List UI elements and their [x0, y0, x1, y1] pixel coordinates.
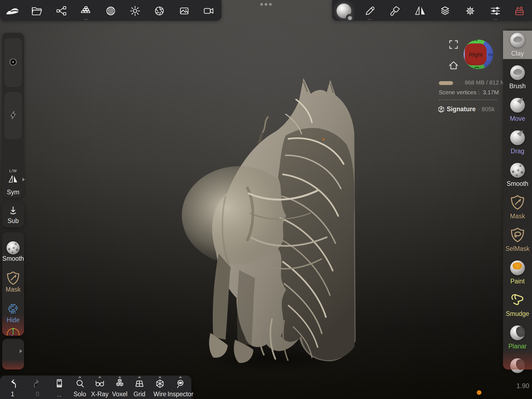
- mask-quick-icon[interactable]: [6, 271, 20, 286]
- view-sphere-side-label: Ba: [488, 52, 493, 57]
- clay-sphere-icon: [510, 33, 525, 48]
- symmetry-icon[interactable]: [411, 2, 429, 20]
- tool-selmask[interactable]: SelMask: [503, 226, 532, 254]
- postprocess-aperture-icon[interactable]: [151, 2, 168, 20]
- toggle-wire[interactable]: Wire: [150, 375, 169, 399]
- overflow-dots: ⋯: [361, 18, 378, 21]
- planar-sphere-icon: [510, 325, 525, 340]
- stroke-sliders-panel: L/W Sym: [2, 33, 24, 198]
- toggle-solo[interactable]: Solo: [70, 375, 89, 399]
- tool-brush[interactable]: Brush: [503, 63, 532, 92]
- toggle-inspector[interactable]: Inspector: [169, 375, 192, 399]
- settings-gear-icon[interactable]: [461, 2, 479, 20]
- move-sphere-icon: [510, 98, 525, 113]
- sub-icon: [8, 205, 18, 216]
- smooth-quick-icon[interactable]: [7, 241, 20, 254]
- gizmo-icon: [5, 327, 21, 336]
- caret-up-icon: [98, 376, 101, 378]
- tool-rail: Clay Brush Move Drag Smooth Mask SelMask…: [503, 30, 532, 369]
- scene-vertices: Scene vertices : 3.17M: [439, 89, 499, 96]
- view-sphere[interactable]: Right Ba: [463, 39, 494, 70]
- signature-label: Signature: [447, 105, 476, 113]
- home-icon[interactable]: [448, 60, 459, 71]
- tool-drag[interactable]: Drag: [503, 128, 532, 157]
- shield-brush-icon: [510, 195, 525, 211]
- memory-text: 868 MB / 812 M: [465, 79, 506, 86]
- tool-clay[interactable]: Clay: [503, 31, 532, 59]
- top-left-toolbar: ⋯: [0, 0, 221, 21]
- sym-icon[interactable]: [7, 174, 19, 185]
- image-icon[interactable]: [176, 2, 193, 20]
- paintbrush-icon[interactable]: [386, 2, 404, 20]
- toggle-voxel[interactable]: Voxel: [110, 375, 129, 399]
- zoom-readout: 1.90: [507, 382, 529, 390]
- material-expand-arrow[interactable]: [20, 349, 22, 353]
- menu-dots: …: [57, 392, 62, 398]
- quick-tools-panel: Smooth Mask Hide: [2, 232, 24, 336]
- undo-count: 1: [11, 391, 14, 398]
- material-sphere-button[interactable]: [335, 2, 353, 20]
- sub-label: Sub: [2, 217, 24, 225]
- model-canvas[interactable]: [157, 73, 373, 377]
- smudge-hand-icon: [510, 292, 525, 309]
- matcap-sphere-icon[interactable]: [102, 2, 119, 20]
- adjust-sliders-icon[interactable]: ⋯: [487, 2, 504, 20]
- caret-up-icon: [138, 376, 141, 378]
- sym-mode-tag: L/W: [2, 169, 24, 173]
- view-sphere-front-label: Right: [469, 51, 482, 58]
- signature-row[interactable]: Signature · 805k: [438, 105, 495, 113]
- rail-scroll-fade: [503, 350, 532, 369]
- history-menu-button[interactable]: …: [50, 375, 69, 399]
- smooth-rock-icon: [510, 163, 525, 178]
- redo-button[interactable]: 0: [28, 375, 47, 399]
- top-right-toolbar: ⋯ ⋯: [332, 0, 532, 21]
- caret-up-icon: [179, 376, 182, 378]
- shield-lasso-icon: [510, 227, 525, 244]
- caret-up-icon: [78, 376, 81, 378]
- overflow-dots: ⋯: [487, 18, 504, 21]
- tool-smooth[interactable]: Smooth: [503, 161, 532, 189]
- geosphere-icon: [438, 106, 445, 113]
- memory-progress: [439, 81, 463, 85]
- left-scroll-fade-2: [2, 360, 24, 369]
- tool-smudge[interactable]: Smudge: [503, 291, 532, 319]
- sym-expand-arrow[interactable]: [22, 178, 25, 181]
- camera-icon[interactable]: [200, 2, 218, 20]
- toggle-xray[interactable]: X-Ray: [90, 375, 109, 399]
- intensity-slider[interactable]: [5, 92, 22, 139]
- drag-sphere-icon: [510, 130, 525, 145]
- multires-pyramid-icon[interactable]: ⋯: [77, 2, 95, 20]
- brush-sphere-icon: [510, 65, 525, 80]
- tool-paint[interactable]: Paint: [503, 258, 532, 287]
- canvas-drag-handle[interactable]: [260, 3, 272, 6]
- undo-button[interactable]: 1: [3, 375, 22, 399]
- radius-slider[interactable]: [5, 38, 22, 87]
- layers-icon[interactable]: [436, 2, 454, 20]
- tool-mask[interactable]: Mask: [503, 193, 532, 222]
- tool-planar[interactable]: Planar: [503, 323, 532, 352]
- memory-progress-fill: [439, 81, 453, 85]
- sculpt-app: ⋯ ⋯: [0, 0, 532, 399]
- lighting-sun-icon[interactable]: [126, 2, 144, 20]
- toolbox-icon[interactable]: [511, 2, 528, 20]
- redo-count: 0: [36, 391, 39, 398]
- material-gear-badge[interactable]: [346, 14, 354, 22]
- toggle-grid[interactable]: Grid: [130, 375, 149, 399]
- tool-move[interactable]: Move: [503, 96, 532, 124]
- app-logo-icon[interactable]: [4, 2, 21, 20]
- left-scroll-fade: [2, 314, 24, 336]
- material-off-panel[interactable]: [2, 339, 24, 369]
- notification-dot: [477, 390, 481, 395]
- paint-sphere-icon: [510, 260, 525, 275]
- bottom-toolbar: 1 0 … Solo X-Ray Voxel: [0, 375, 191, 399]
- pencil-tool-icon[interactable]: ⋯: [361, 2, 378, 20]
- divider-dashed: [439, 99, 497, 100]
- overflow-dots: ⋯: [77, 18, 95, 21]
- folder-icon[interactable]: [28, 2, 45, 20]
- sym-label: Sym: [2, 189, 24, 196]
- fullscreen-icon[interactable]: [449, 40, 458, 49]
- scene-graph-icon[interactable]: [53, 2, 70, 20]
- sub-panel[interactable]: Sub: [2, 201, 24, 227]
